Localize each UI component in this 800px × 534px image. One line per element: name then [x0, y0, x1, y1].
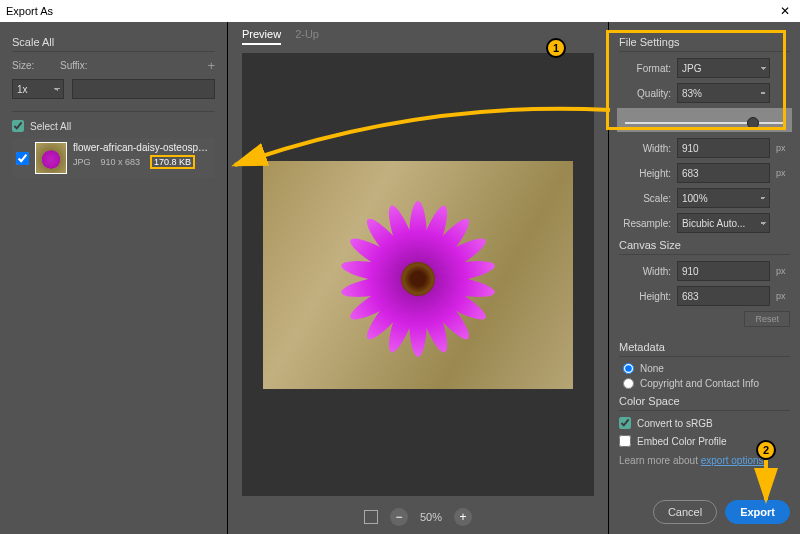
- annotation-badge-1: 1: [546, 38, 566, 58]
- canvas-height-input[interactable]: [677, 286, 770, 306]
- metadata-header: Metadata: [619, 341, 790, 357]
- window-title: Export As: [6, 5, 53, 17]
- tab-2up[interactable]: 2-Up: [295, 28, 319, 45]
- titlebar: Export As ✕: [0, 0, 800, 22]
- asset-filesize: 170.8 KB: [150, 155, 195, 169]
- width-label: Width:: [619, 143, 671, 154]
- format-select[interactable]: JPG: [677, 58, 770, 78]
- tab-preview[interactable]: Preview: [242, 28, 281, 45]
- resample-label: Resample:: [619, 218, 671, 229]
- asset-dimensions: 910 x 683: [101, 157, 141, 167]
- height-label: Height:: [619, 168, 671, 179]
- canvas-width-input[interactable]: [677, 261, 770, 281]
- metadata-none[interactable]: None: [623, 363, 790, 374]
- width-input[interactable]: [677, 138, 770, 158]
- preview-area: [242, 53, 594, 496]
- canvas-size-header: Canvas Size: [619, 239, 790, 255]
- quality-label: Quality:: [619, 88, 671, 99]
- quality-select[interactable]: 83%: [677, 83, 770, 103]
- height-input[interactable]: [677, 163, 770, 183]
- suffix-label: Suffix:: [60, 60, 199, 71]
- select-all-checkbox[interactable]: [12, 120, 24, 132]
- scale-select[interactable]: 100%: [677, 188, 770, 208]
- left-panel: Scale All Size: Suffix: + 1x Select All …: [0, 22, 228, 534]
- suffix-input[interactable]: [72, 79, 215, 99]
- preview-image: [263, 161, 573, 389]
- scale-all-header: Scale All: [12, 36, 215, 52]
- add-size-icon[interactable]: +: [207, 58, 215, 73]
- fit-icon[interactable]: [364, 510, 378, 524]
- asset-checkbox[interactable]: [16, 152, 29, 165]
- resample-select[interactable]: Bicubic Auto...: [677, 213, 770, 233]
- zoom-out-icon[interactable]: −: [390, 508, 408, 526]
- export-options-link[interactable]: export options.: [701, 455, 767, 466]
- color-space-header: Color Space: [619, 395, 790, 411]
- quality-slider[interactable]: [625, 122, 784, 124]
- cancel-button[interactable]: Cancel: [653, 500, 717, 524]
- asset-thumbnail: [35, 142, 67, 174]
- annotation-badge-2: 2: [756, 440, 776, 460]
- select-all-label: Select All: [30, 121, 71, 132]
- size-label: Size:: [12, 60, 52, 71]
- preview-panel: Preview 2-Up −: [228, 22, 608, 534]
- file-settings-header: File Settings: [619, 36, 790, 52]
- asset-format: JPG: [73, 157, 91, 167]
- asset-filename: flower-african-daisy-osteosper...: [73, 142, 211, 153]
- close-icon[interactable]: ✕: [776, 4, 794, 18]
- asset-row[interactable]: flower-african-daisy-osteosper... JPG 91…: [12, 138, 215, 178]
- format-label: Format:: [619, 63, 671, 74]
- export-button[interactable]: Export: [725, 500, 790, 524]
- convert-srgb-checkbox[interactable]: Convert to sRGB: [619, 417, 790, 429]
- metadata-copyright[interactable]: Copyright and Contact Info: [623, 378, 790, 389]
- scale-label: Scale:: [619, 193, 671, 204]
- size-select[interactable]: 1x: [12, 79, 64, 99]
- zoom-level: 50%: [420, 511, 442, 523]
- reset-button[interactable]: Reset: [744, 311, 790, 327]
- zoom-in-icon[interactable]: +: [454, 508, 472, 526]
